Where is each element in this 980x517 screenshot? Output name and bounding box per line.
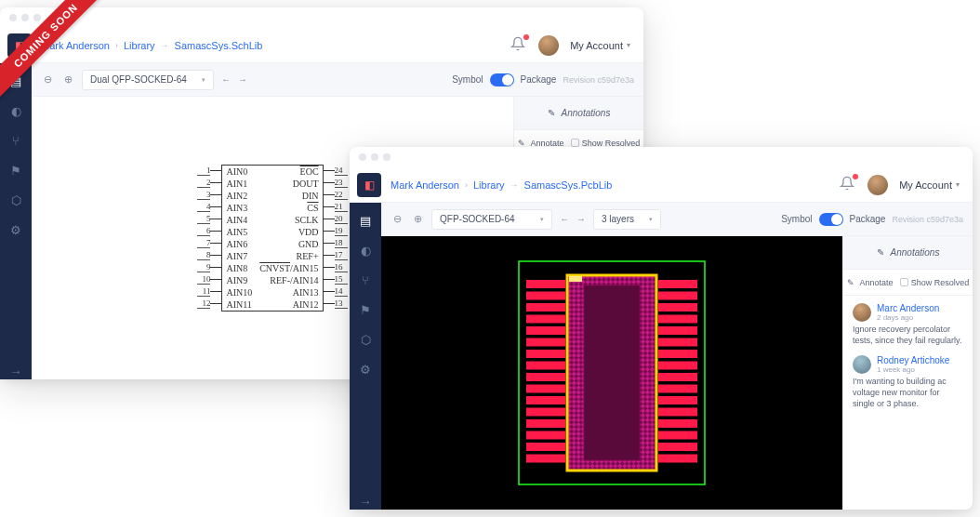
sidebar-collapse-icon[interactable]: → (357, 493, 374, 510)
pin-label: DIN (259, 190, 318, 202)
svg-rect-10 (526, 350, 565, 358)
window-min-dot[interactable] (371, 153, 378, 161)
svg-rect-23 (658, 315, 697, 324)
sidebar-branch-icon[interactable]: ⑂ (7, 132, 24, 149)
symbol-package-toggle[interactable] (819, 213, 843, 226)
window-max-dot[interactable] (383, 153, 391, 161)
sidebar-graph-icon[interactable]: ⬡ (7, 192, 24, 208)
svg-rect-16 (526, 419, 565, 428)
zoom-out-icon[interactable]: ⊖ (391, 213, 404, 226)
pin-label: VDD (259, 226, 318, 238)
sidebar-flag-icon[interactable]: ⚑ (7, 162, 24, 179)
symbol-package-toggle[interactable] (490, 73, 514, 86)
pin-label: AIN5 (226, 226, 252, 238)
pin-17: 17 (324, 249, 348, 261)
svg-rect-8 (526, 326, 565, 335)
comment[interactable]: Marc Anderson 2 days ago Ignore recovery… (853, 303, 963, 346)
pin-label: AIN0 (226, 166, 252, 178)
svg-rect-35 (658, 455, 697, 463)
account-menu[interactable]: My Account▾ (570, 40, 630, 51)
notifications-icon[interactable] (840, 176, 856, 194)
zoom-in-icon[interactable]: ⊕ (411, 213, 424, 226)
pin-label: EOC (259, 166, 318, 178)
sidebar-flag-icon[interactable]: ⚑ (357, 301, 374, 318)
pin-label: AIN3 (226, 202, 252, 214)
component-dropdown[interactable]: QFP-SOCKED-64▾ (431, 209, 552, 230)
sidebar-chat-icon[interactable]: ◐ (357, 242, 374, 258)
svg-rect-12 (526, 373, 565, 381)
sidebar-files-icon[interactable]: ▤ (357, 212, 374, 229)
comment-author[interactable]: Marc Anderson (877, 303, 939, 313)
annotate-tab[interactable]: Annotate (847, 278, 894, 287)
prev-arrow-icon[interactable]: ← (560, 214, 569, 224)
pin-10: 10 (197, 273, 221, 285)
comment-author[interactable]: Rodney Artichoke (877, 355, 949, 365)
pin-label: CNVST/AIN15 (259, 262, 318, 274)
breadcrumb-file[interactable]: SamascSys.PcbLib (524, 179, 613, 191)
pin-23: 23 (324, 177, 348, 189)
sidebar-settings-icon[interactable]: ⚙ (357, 361, 374, 378)
window-close-dot[interactable] (9, 14, 17, 21)
pin-label: DOUT (259, 178, 318, 190)
pin-label: REF-/AIN14 (259, 274, 318, 286)
show-resolved-toggle[interactable]: Show Resolved (571, 139, 641, 148)
pin-1: 1 (197, 165, 221, 177)
window-min-dot[interactable] (21, 14, 29, 21)
pin-12: 12 (197, 298, 221, 310)
comment[interactable]: Rodney Artichoke 1 week ago I'm wanting … (853, 355, 963, 409)
symbol-label: Symbol (452, 74, 483, 85)
sidebar-collapse-icon[interactable]: → (7, 363, 24, 379)
sidebar-branch-icon[interactable]: ⑂ (357, 272, 374, 288)
zoom-in-icon[interactable]: ⊕ (61, 73, 74, 86)
avatar[interactable] (867, 175, 888, 195)
annotate-tab[interactable]: Annotate (518, 139, 564, 148)
pin-label: AIN6 (226, 238, 252, 250)
sidebar-chat-icon[interactable]: ◐ (7, 102, 24, 119)
pin-11: 11 (197, 285, 221, 298)
zoom-out-icon[interactable]: ⊖ (41, 73, 54, 86)
breadcrumb-file[interactable]: SamascSys.SchLib (175, 40, 263, 51)
layers-dropdown[interactable]: 3 layers▾ (593, 209, 661, 230)
svg-rect-39 (569, 276, 582, 282)
window-max-dot[interactable] (33, 14, 41, 21)
breadcrumb-user[interactable]: Mark Anderson (391, 179, 459, 191)
show-resolved-toggle[interactable]: Show Resolved (900, 278, 970, 287)
sidebar-graph-icon[interactable]: ⬡ (357, 331, 374, 348)
sidebar-settings-icon[interactable]: ⚙ (7, 221, 24, 238)
svg-rect-31 (658, 408, 697, 417)
component-dropdown[interactable]: Dual QFP-SOCKED-64▾ (82, 70, 214, 90)
chevron-down-icon: ▾ (956, 180, 960, 189)
notifications-icon[interactable] (510, 36, 527, 55)
svg-rect-27 (658, 362, 697, 370)
pin-label: AIN12 (259, 298, 318, 311)
pin-8: 8 (197, 249, 221, 261)
svg-rect-22 (658, 303, 697, 312)
svg-rect-30 (658, 396, 697, 404)
svg-rect-5 (526, 292, 565, 300)
breadcrumb: Mark Anderson › Library → SamascSys.SchL… (41, 40, 262, 51)
breadcrumb-library[interactable]: Library (473, 179, 505, 191)
chevron-down-icon: ▾ (627, 41, 630, 49)
avatar[interactable] (538, 35, 559, 56)
svg-rect-25 (658, 338, 697, 347)
pin-label: SCLK (259, 214, 318, 226)
pin-4: 4 (197, 201, 221, 213)
svg-rect-38 (584, 285, 640, 460)
svg-rect-29 (658, 385, 697, 393)
window-close-dot[interactable] (359, 153, 366, 161)
pin-13: 13 (324, 298, 348, 310)
svg-rect-15 (526, 408, 565, 417)
comment-text: I'm wanting to building ac voltage new m… (853, 377, 963, 409)
svg-rect-34 (658, 443, 697, 451)
breadcrumb-library[interactable]: Library (124, 40, 155, 51)
account-menu[interactable]: My Account▾ (899, 179, 960, 191)
titlebar (350, 147, 973, 167)
pin-label: GND (259, 238, 318, 250)
next-arrow-icon[interactable]: → (576, 214, 586, 224)
package-label: Package (850, 214, 886, 224)
next-arrow-icon[interactable]: → (238, 74, 247, 85)
prev-arrow-icon[interactable]: ← (221, 74, 231, 85)
pcb-canvas[interactable] (381, 236, 842, 510)
svg-rect-7 (526, 315, 565, 324)
avatar (853, 303, 871, 322)
